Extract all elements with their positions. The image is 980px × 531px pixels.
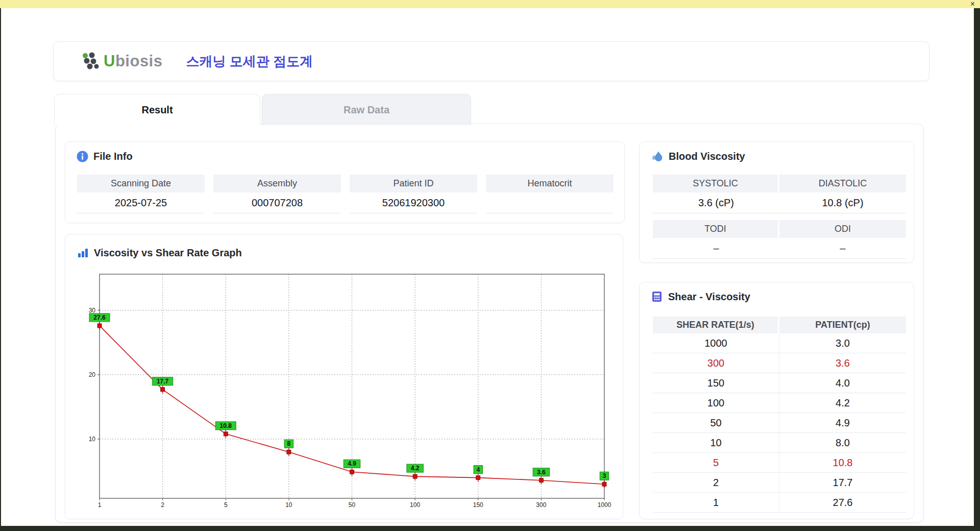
table-cell: 100 xyxy=(653,393,779,413)
page-title: 스캐닝 모세관 점도계 xyxy=(186,53,312,70)
app-header: Ubiosis 스캐닝 모세관 점도계 xyxy=(53,41,929,81)
table-row: 127.6 xyxy=(653,493,906,513)
graph-panel: Viscosity vs Shear Rate Graph 27.617.710… xyxy=(65,234,623,519)
metric-label: DIASTOLIC xyxy=(779,175,906,192)
svg-text:8: 8 xyxy=(287,440,291,447)
field-label: Scanning Date xyxy=(77,175,205,192)
svg-text:1: 1 xyxy=(98,501,102,509)
metric-label: SYSTOLIC xyxy=(653,175,779,192)
file-info-grid: Scanning Date 2025-07-25 Assembly 000707… xyxy=(77,175,614,213)
field-label: Hematocrit xyxy=(486,175,614,192)
table-cell: 10.8 xyxy=(779,453,906,473)
table-cell: 3.6 xyxy=(779,353,906,373)
svg-text:20: 20 xyxy=(89,371,96,378)
metric-label: TODI xyxy=(653,220,779,238)
blood-viscosity-grid: SYSTOLIC DIASTOLIC 3.6 (cP) 10.8 (cP) TO… xyxy=(653,175,906,259)
metric-label: ODI xyxy=(779,220,906,238)
svg-text:100: 100 xyxy=(410,501,420,509)
table-cell: 17.7 xyxy=(779,473,906,493)
field-value: 52061920300 xyxy=(350,192,477,213)
table-cell: 1000 xyxy=(653,333,779,353)
shear-viscosity-table: SHEAR RATE(1/s) PATIENT(cp) 10003.03003.… xyxy=(653,317,906,513)
viscosity-chart: 27.617.710.884.94.243.631020301251050100… xyxy=(65,234,623,519)
ubiosis-logo: Ubiosis xyxy=(80,51,162,71)
shear-viscosity-panel: Shear - Viscosity SHEAR RATE(1/s) PATIEN… xyxy=(639,282,914,519)
table-row: 504.9 xyxy=(653,413,906,433)
svg-text:4.9: 4.9 xyxy=(348,460,356,467)
table-row: 10003.0 xyxy=(653,333,906,353)
field-value: 2025-07-25 xyxy=(77,192,205,213)
svg-text:10.8: 10.8 xyxy=(220,422,232,429)
svg-text:30: 30 xyxy=(89,307,96,314)
metric-value: 3.6 (cP) xyxy=(653,192,779,213)
file-info-panel: File Info Scanning Date 2025-07-25 Assem… xyxy=(65,141,625,223)
close-icon[interactable]: × xyxy=(970,0,975,8)
svg-text:1000: 1000 xyxy=(598,501,611,509)
svg-text:5: 5 xyxy=(224,501,228,509)
table-cell: 8.0 xyxy=(779,433,906,453)
table-cell: 150 xyxy=(653,373,779,393)
table-cell: 27.6 xyxy=(779,493,906,513)
svg-text:50: 50 xyxy=(349,501,356,509)
grape-cluster-logo-icon xyxy=(80,51,102,71)
svg-text:150: 150 xyxy=(473,501,483,509)
table-cell: 3.0 xyxy=(779,333,906,353)
blood-viscosity-panel: Blood Viscosity SYSTOLIC DIASTOLIC 3.6 (… xyxy=(639,141,914,263)
blood-viscosity-title: Blood Viscosity xyxy=(669,151,745,162)
svg-text:300: 300 xyxy=(536,501,546,509)
svg-text:10: 10 xyxy=(285,501,292,509)
table-cell: 1 xyxy=(653,493,779,513)
svg-text:3: 3 xyxy=(603,472,606,479)
metric-value: 10.8 (cP) xyxy=(779,192,906,213)
field-value: 000707208 xyxy=(213,192,341,213)
table-cell: 50 xyxy=(653,413,779,433)
tab-raw-data[interactable]: Raw Data xyxy=(262,94,471,125)
field-value xyxy=(486,192,614,213)
window-titlebar: × xyxy=(0,0,980,8)
shear-viscosity-title: Shear - Viscosity xyxy=(668,291,750,303)
svg-text:17.7: 17.7 xyxy=(157,378,169,385)
calculator-icon xyxy=(651,291,663,303)
shear-table-body: 10003.03003.61504.01004.2504.9108.0510.8… xyxy=(653,333,906,513)
table-row: 1504.0 xyxy=(653,373,906,393)
table-cell: 300 xyxy=(653,353,779,373)
field-label: Assembly xyxy=(213,175,341,192)
droplet-icon xyxy=(651,150,664,163)
column-header: PATIENT(cp) xyxy=(779,317,906,333)
logo-text: Ubiosis xyxy=(104,52,162,70)
table-cell: 4.0 xyxy=(779,373,906,393)
result-content: File Info Scanning Date 2025-07-25 Assem… xyxy=(55,124,924,523)
table-row: 510.8 xyxy=(653,453,906,473)
table-header-row: SHEAR RATE(1/s) PATIENT(cp) xyxy=(653,317,906,333)
table-cell: 4.2 xyxy=(779,393,906,413)
svg-text:10: 10 xyxy=(89,436,96,443)
table-row: 217.7 xyxy=(653,473,906,493)
info-circle-icon xyxy=(77,151,88,162)
svg-text:4: 4 xyxy=(476,466,480,473)
tab-result[interactable]: Result xyxy=(54,94,260,125)
svg-text:27.6: 27.6 xyxy=(93,314,106,321)
column-header: SHEAR RATE(1/s) xyxy=(653,317,779,333)
table-row: 108.0 xyxy=(653,433,906,453)
table-row: 3003.6 xyxy=(653,353,906,373)
metric-value: – xyxy=(779,238,906,259)
table-row: 1004.2 xyxy=(653,393,906,413)
app-window: Ubiosis 스캐닝 모세관 점도계 Result Raw Data File… xyxy=(1,8,974,526)
svg-text:2: 2 xyxy=(161,501,164,509)
metric-value: – xyxy=(653,238,779,259)
table-cell: 5 xyxy=(653,453,779,473)
field-label: Patient ID xyxy=(350,175,477,192)
tab-bar: Result Raw Data xyxy=(54,94,471,125)
svg-text:3.6: 3.6 xyxy=(537,469,546,476)
table-cell: 2 xyxy=(653,473,779,493)
table-cell: 4.9 xyxy=(779,413,906,433)
svg-text:4.2: 4.2 xyxy=(411,465,420,472)
table-cell: 10 xyxy=(653,433,779,453)
file-info-title: File Info xyxy=(93,151,133,162)
